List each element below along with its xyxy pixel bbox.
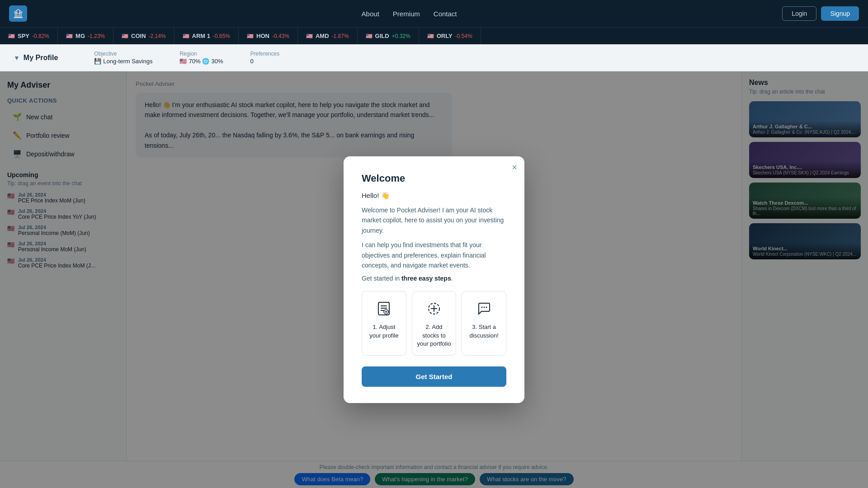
ticker-name: ORLY bbox=[437, 33, 453, 39]
step-adjust-profile: 1. Adjust your profile bbox=[362, 291, 406, 356]
add-stocks-icon bbox=[424, 299, 444, 319]
main-layout: My Adviser Quick actions 🌱 New chat ✏️ P… bbox=[0, 71, 868, 488]
step-start-discussion-label: 3. Start a discussion! bbox=[467, 323, 501, 339]
ticker-flag: 🇺🇸 bbox=[427, 33, 434, 39]
modal-steps: 1. Adjust your profile 2. Add stocks to … bbox=[362, 291, 506, 356]
profile-title: My Profile bbox=[24, 54, 58, 62]
nav-about[interactable]: About bbox=[362, 10, 379, 18]
svg-point-12 bbox=[486, 307, 487, 308]
ticker-flag: 🇺🇸 bbox=[306, 33, 313, 39]
navbar-auth: Login Signup bbox=[782, 6, 859, 21]
get-started-button[interactable]: Get Started bbox=[362, 366, 506, 387]
ticker-name: MG bbox=[75, 33, 85, 39]
preferences-info: Preferences 0 bbox=[250, 51, 280, 65]
steps-bold: three easy steps bbox=[401, 275, 451, 282]
modal-overlay: × Welcome Hello! 👋 Welcome to Pocket Adv… bbox=[0, 71, 868, 488]
signup-button[interactable]: Signup bbox=[821, 6, 859, 21]
login-button[interactable]: Login bbox=[782, 6, 816, 21]
welcome-modal: × Welcome Hello! 👋 Welcome to Pocket Adv… bbox=[344, 156, 524, 403]
ticker-flag: 🇺🇸 bbox=[8, 33, 15, 39]
ticker-amd[interactable]: 🇺🇸 AMD -1.87% bbox=[298, 28, 358, 44]
region-label: Region bbox=[179, 51, 223, 57]
ticker-name: AMD bbox=[316, 33, 329, 39]
objective-info: Objective 💾 Long-term Savings bbox=[94, 51, 152, 65]
ticker-value: -0.82% bbox=[32, 33, 49, 39]
modal-body-2: I can help you find investments that fit… bbox=[362, 240, 506, 270]
preferences-label: Preferences bbox=[250, 51, 280, 57]
objective-label: Objective bbox=[94, 51, 152, 57]
logo: 🏦 bbox=[9, 5, 27, 22]
ticker-value: -1.87% bbox=[332, 33, 349, 39]
preferences-value: 0 bbox=[250, 58, 280, 65]
global-flag: 🌐 bbox=[202, 58, 209, 65]
ticker-flag: 🇺🇸 bbox=[66, 33, 73, 39]
ticker-name: GILD bbox=[375, 33, 389, 39]
start-discussion-icon bbox=[474, 299, 494, 319]
profile-info-group: Objective 💾 Long-term Savings Region 🇺🇸 … bbox=[94, 51, 279, 65]
nav-contact[interactable]: Contact bbox=[434, 10, 457, 18]
modal-greeting: Hello! 👋 bbox=[362, 192, 506, 200]
region-value: 🇺🇸 70% 🌐 30% bbox=[179, 58, 223, 65]
modal-title: Welcome bbox=[362, 173, 506, 184]
ticker-mg[interactable]: 🇺🇸 MG -1.23% bbox=[58, 28, 113, 44]
step-adjust-label: 1. Adjust your profile bbox=[367, 323, 401, 339]
ticker-value: -0.65% bbox=[213, 33, 230, 39]
ticker-spy[interactable]: 🇺🇸 SPY -0.82% bbox=[0, 28, 58, 44]
svg-point-10 bbox=[481, 307, 482, 308]
modal-body-1: Welcome to Pocket Adviser! I am your AI … bbox=[362, 205, 506, 235]
ticker-coin[interactable]: 🇺🇸 COIN -2.14% bbox=[113, 28, 175, 44]
ticker-flag: 🇺🇸 bbox=[247, 33, 254, 39]
step-add-stocks: 2. Add stocks to your portfolio bbox=[412, 291, 457, 356]
navbar: 🏦 About Premium Contact Login Signup bbox=[0, 0, 868, 27]
ticker-flag: 🇺🇸 bbox=[122, 33, 128, 39]
region-info: Region 🇺🇸 70% 🌐 30% bbox=[179, 51, 223, 65]
profile-bar: ▼ My Profile Objective 💾 Long-term Savin… bbox=[0, 44, 868, 71]
ticker-value: +0.32% bbox=[392, 33, 410, 39]
ticker-value: -2.14% bbox=[149, 33, 166, 39]
ticker-flag: 🇺🇸 bbox=[366, 33, 373, 39]
step-add-stocks-label: 2. Add stocks to your portfolio bbox=[417, 323, 452, 348]
step-start-discussion: 3. Start a discussion! bbox=[462, 291, 506, 356]
nav-premium[interactable]: Premium bbox=[393, 10, 420, 18]
nav-links: About Premium Contact bbox=[36, 10, 782, 18]
ticker-arm1[interactable]: 🇺🇸 ARM 1 -0.65% bbox=[175, 28, 239, 44]
ticker-name: COIN bbox=[131, 33, 146, 39]
ticker-hon[interactable]: 🇺🇸 HON -0.43% bbox=[239, 28, 298, 44]
ticker-bar: 🇺🇸 SPY -0.82% 🇺🇸 MG -1.23% 🇺🇸 COIN -2.14… bbox=[0, 27, 868, 44]
svg-point-11 bbox=[483, 307, 485, 308]
us-flag: 🇺🇸 bbox=[179, 58, 187, 65]
ticker-orly[interactable]: 🇺🇸 ORLY -0.54% bbox=[419, 28, 481, 44]
ticker-name: HON bbox=[256, 33, 269, 39]
ticker-value: -1.23% bbox=[88, 33, 105, 39]
savings-icon: 💾 bbox=[94, 58, 101, 65]
chevron-down-icon: ▼ bbox=[14, 54, 20, 61]
ticker-value: -0.43% bbox=[272, 33, 289, 39]
objective-value: 💾 Long-term Savings bbox=[94, 58, 152, 65]
modal-close-button[interactable]: × bbox=[512, 163, 517, 172]
adjust-profile-icon bbox=[374, 299, 394, 319]
profile-section: ▼ My Profile bbox=[14, 54, 58, 62]
ticker-flag: 🇺🇸 bbox=[183, 33, 189, 39]
ticker-name: SPY bbox=[18, 33, 29, 39]
ticker-value: -0.54% bbox=[455, 33, 472, 39]
ticker-name: ARM 1 bbox=[192, 33, 210, 39]
modal-steps-intro: Get started in three easy steps. bbox=[362, 275, 506, 282]
ticker-gild[interactable]: 🇺🇸 GILD +0.32% bbox=[358, 28, 419, 44]
